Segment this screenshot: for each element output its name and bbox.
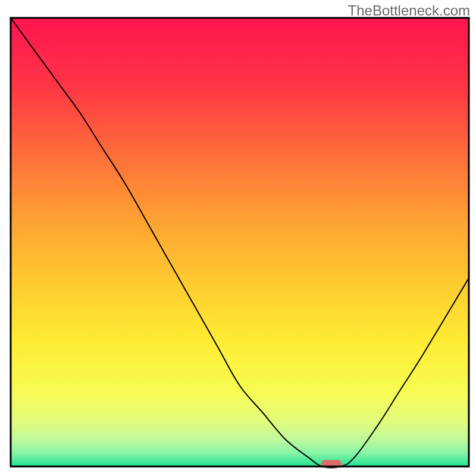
plot-area <box>11 18 469 468</box>
chart-container: TheBottleneck.com <box>0 0 476 476</box>
bottleneck-chart <box>0 0 476 476</box>
gradient-background <box>11 18 469 466</box>
watermark-text: TheBottleneck.com <box>348 2 470 19</box>
